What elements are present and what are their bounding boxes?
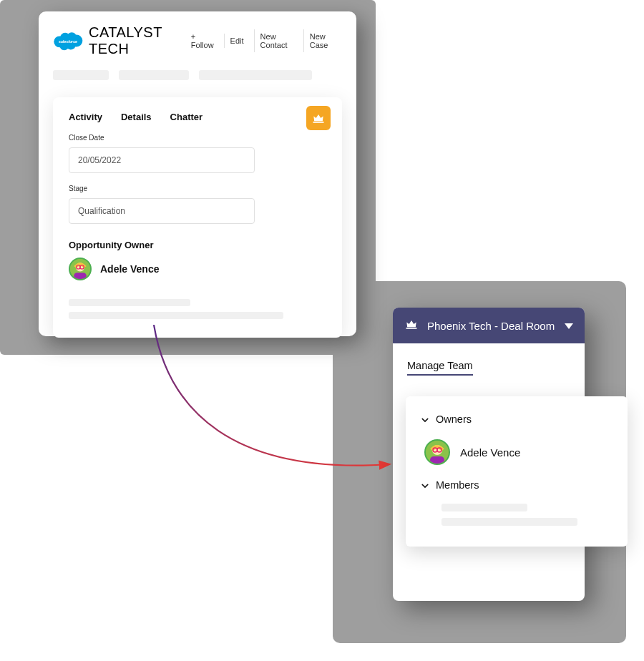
header-placeholder-row — [53, 70, 342, 80]
placeholder-line — [441, 504, 527, 511]
svg-text:salesforce: salesforce — [59, 39, 77, 44]
new-case-button[interactable]: New Case — [303, 29, 342, 52]
follow-button[interactable]: + Follow — [185, 29, 220, 52]
close-date-value: 20/05/2022 — [78, 155, 121, 165]
stage-input[interactable]: Qualification — [69, 198, 255, 224]
chevron-down-icon — [421, 413, 429, 425]
salesforce-header: salesforce CATALYST TECH + Follow Edit N… — [53, 24, 342, 57]
panel-placeholder-lines — [69, 299, 326, 319]
close-date-label: Close Date — [69, 134, 326, 142]
salesforce-card: salesforce CATALYST TECH + Follow Edit N… — [39, 11, 356, 336]
team-owner-name: Adele Vence — [460, 446, 520, 459]
tab-activity[interactable]: Activity — [69, 112, 102, 122]
teams-tabs-row: Manage Team — [393, 343, 585, 376]
salesforce-logo-icon: salesforce — [53, 30, 83, 52]
placeholder-pill — [199, 70, 312, 80]
teams-header-title: Phoenix Tech - Deal Room — [427, 320, 556, 332]
opportunity-panel: Activity Details Chatter Close Date 20/0… — [53, 97, 342, 338]
close-date-input[interactable]: 20/05/2022 — [69, 147, 255, 173]
team-owner-row[interactable]: Adele Vence — [424, 439, 612, 465]
dropdown-caret-icon[interactable] — [565, 319, 573, 332]
svg-rect-11 — [74, 273, 87, 279]
panel-tabs: Activity Details Chatter — [69, 112, 326, 122]
owners-label: Owners — [436, 413, 472, 425]
tab-manage-team[interactable]: Manage Team — [407, 360, 473, 376]
owner-name: Adele Vence — [100, 263, 160, 275]
owners-group-header[interactable]: Owners — [421, 413, 612, 425]
teams-header[interactable]: Phoenix Tech - Deal Room — [393, 308, 585, 343]
placeholder-line — [69, 312, 283, 319]
edit-button[interactable]: Edit — [224, 34, 250, 48]
placeholder-line — [69, 299, 190, 306]
crown-icon — [404, 317, 419, 334]
team-members-panel: Owners Adele Vence Members — [406, 396, 628, 547]
svg-rect-16 — [430, 456, 444, 464]
placeholder-line — [441, 518, 577, 526]
placeholder-pill — [119, 70, 189, 80]
teams-card: Phoenix Tech - Deal Room Manage Team Own… — [393, 308, 585, 601]
owner-avatar-icon — [424, 439, 450, 465]
members-label: Members — [436, 479, 479, 491]
placeholder-pill — [53, 70, 109, 80]
account-title: CATALYST TECH — [89, 24, 175, 57]
owner-avatar-icon — [69, 258, 92, 280]
tab-details[interactable]: Details — [121, 112, 152, 122]
members-group-header[interactable]: Members — [421, 479, 612, 491]
stage-label: Stage — [69, 185, 326, 192]
new-contact-button[interactable]: New Contact — [254, 29, 299, 52]
stage-value: Qualification — [78, 206, 125, 216]
crown-badge-icon[interactable] — [306, 106, 331, 130]
tab-chatter[interactable]: Chatter — [170, 112, 203, 122]
chevron-down-icon — [421, 479, 429, 491]
members-placeholder — [441, 504, 612, 526]
opportunity-owner-label: Opportunity Owner — [69, 240, 326, 250]
opportunity-owner-row: Adele Vence — [69, 258, 326, 280]
